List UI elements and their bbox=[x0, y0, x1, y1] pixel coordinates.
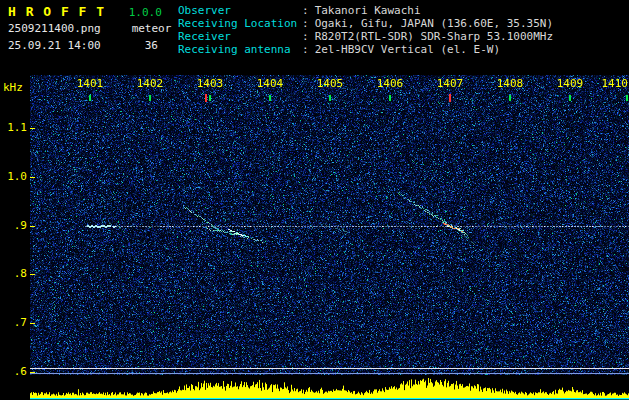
info-value: Ogaki, Gifu, JAPAN (136.60E, 35.35N) bbox=[315, 17, 553, 30]
y-tick-label: .8 bbox=[14, 268, 27, 280]
info-label: Receiving antenna bbox=[178, 43, 302, 56]
info-separator: : bbox=[302, 4, 309, 17]
app-title: H R O F F T bbox=[8, 4, 105, 19]
info-value: 2el-HB9CV Vertical (el. E-W) bbox=[315, 43, 500, 56]
spectrogram-canvas bbox=[30, 75, 629, 375]
y-tick-label: 1.1 bbox=[7, 122, 27, 134]
info-separator: : bbox=[302, 17, 309, 30]
station-info-row: Receiving antenna:2el-HB9CV Vertical (el… bbox=[178, 43, 553, 56]
record-datetime: 25.09.21 14:00 bbox=[8, 38, 125, 53]
x-tick-label: 1407 bbox=[437, 78, 464, 90]
x-tick-label: 1402 bbox=[137, 78, 164, 90]
spectrogram-plot: kHz 1.11.0.9.8.7.6 140114021403140414051… bbox=[0, 75, 629, 400]
app-version: 1.0.0 bbox=[129, 6, 162, 19]
station-info-row: Receiving Location:Ogaki, Gifu, JAPAN (1… bbox=[178, 17, 553, 30]
x-tick-label: 1401 bbox=[77, 78, 104, 90]
info-separator: : bbox=[302, 30, 309, 43]
x-tick-label: 1405 bbox=[317, 78, 344, 90]
x-tick-label: 1403 bbox=[197, 78, 224, 90]
output-filename: 2509211400.png bbox=[8, 21, 125, 36]
hrofft-screen: H R O F F T 1.0.0 2509211400.png meteor … bbox=[0, 0, 629, 400]
info-separator: : bbox=[302, 43, 309, 56]
x-tick-label: 1409 bbox=[557, 78, 584, 90]
y-tick-label: .9 bbox=[14, 220, 27, 232]
x-tick-label: 1410 bbox=[602, 78, 629, 90]
x-tick-label: 1408 bbox=[497, 78, 524, 90]
y-tick-label: .6 bbox=[14, 366, 27, 378]
station-info-row: Observer:Takanori Kawachi bbox=[178, 4, 553, 17]
info-value: Takanori Kawachi bbox=[315, 4, 421, 17]
x-axis-ticks: 1401140214031404140514061407140814091410 bbox=[30, 78, 629, 91]
info-label: Receiving Location bbox=[178, 17, 302, 30]
info-value: R820T2(RTL-SDR) SDR-Sharp 53.1000MHz bbox=[315, 30, 553, 43]
y-axis-ticks: 1.11.0.9.8.7.6 bbox=[0, 75, 29, 375]
header-left: H R O F F T 1.0.0 2509211400.png meteor … bbox=[8, 3, 171, 55]
info-label: Receiver bbox=[178, 30, 302, 43]
y-tick-label: .7 bbox=[14, 317, 27, 329]
level-meter-canvas bbox=[30, 375, 629, 400]
station-info-row: Receiver:R820T2(RTL-SDR) SDR-Sharp 53.10… bbox=[178, 30, 553, 43]
y-tick-label: 1.0 bbox=[7, 171, 27, 183]
x-tick-label: 1404 bbox=[257, 78, 284, 90]
mode-label: meteor bbox=[132, 21, 172, 36]
echo-count: 36 bbox=[145, 38, 158, 53]
x-tick-label: 1406 bbox=[377, 78, 404, 90]
station-info: Observer:Takanori KawachiReceiving Locat… bbox=[178, 4, 553, 56]
header: H R O F F T 1.0.0 2509211400.png meteor … bbox=[0, 0, 629, 75]
info-label: Observer bbox=[178, 4, 302, 17]
